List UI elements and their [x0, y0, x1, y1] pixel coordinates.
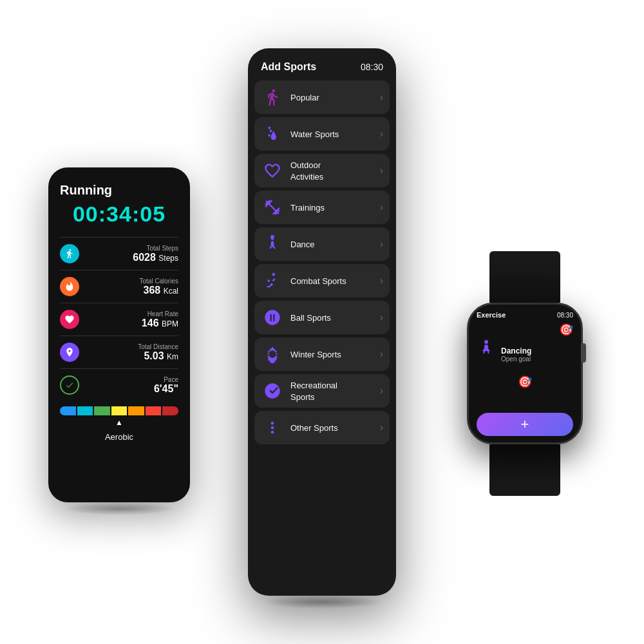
- other-chevron: ›: [380, 422, 383, 433]
- zone-yellow: [111, 406, 128, 415]
- dance-chevron: ›: [380, 238, 383, 250]
- calories-icon: [60, 277, 79, 296]
- distance-icon: [60, 343, 79, 362]
- other-label: Other Sports: [290, 423, 374, 433]
- training-icon: [261, 196, 284, 219]
- sports-item-ball[interactable]: Ball Sports ›: [254, 301, 390, 334]
- heart-label: Heart Rate: [142, 310, 178, 317]
- sports-item-dance[interactable]: Dance ›: [254, 227, 390, 261]
- watch-goal-icon-bottom: 🎯: [477, 375, 573, 389]
- ball-label: Ball Sports: [290, 313, 374, 323]
- sports-item-water[interactable]: Water Sports ›: [254, 117, 390, 151]
- zone-orange: [128, 406, 144, 415]
- steps-label: Total Steps: [133, 245, 178, 252]
- watch-activity-name: Dancing: [501, 346, 531, 355]
- recreational-chevron: ›: [380, 385, 383, 397]
- pace-label: Pace: [154, 376, 178, 383]
- steps-value: 6028 Steps: [133, 252, 178, 263]
- popular-chevron: ›: [380, 91, 383, 103]
- winter-icon: [261, 343, 284, 366]
- stat-row-pace: Pace 6'45": [60, 372, 178, 399]
- training-label: Trainings: [290, 203, 374, 213]
- watch-add-button[interactable]: +: [477, 413, 573, 436]
- stat-row-heart: Heart Rate 146 BPM: [60, 306, 178, 333]
- zone-label: Aerobic: [105, 432, 133, 442]
- watch-activity: Dancing Open goal: [477, 339, 573, 370]
- ball-icon: [261, 306, 284, 329]
- watch-band-bottom: [489, 444, 560, 496]
- watch-activity-info: Dancing Open goal: [501, 346, 531, 363]
- sports-list: Popular › Water Sports ›: [254, 80, 390, 587]
- svg-point-0: [484, 340, 488, 344]
- outdoor-chevron: ›: [380, 165, 383, 176]
- winter-label: Winter Sports: [290, 350, 374, 359]
- pace-stat: Pace 6'45": [154, 376, 178, 395]
- other-icon: [261, 416, 284, 439]
- watch-activity-goal: Open goal: [501, 355, 531, 363]
- zone-darkred: [162, 406, 178, 415]
- training-chevron: ›: [380, 202, 383, 213]
- running-title: Running: [60, 183, 178, 198]
- distance-value: 5.03 Km: [144, 350, 178, 361]
- calories-value: 368 Kcal: [144, 285, 178, 296]
- timer-display: 00:34:05: [60, 202, 178, 227]
- middle-header: Add Sports 08:30: [254, 61, 390, 73]
- watch-screen: Exercise 08:30 🎯 Dancing Open goal: [469, 305, 581, 442]
- sports-item-winter[interactable]: Winter Sports ›: [254, 337, 390, 371]
- sports-item-other[interactable]: Other Sports ›: [254, 411, 390, 444]
- sports-item-training[interactable]: Trainings ›: [254, 191, 390, 224]
- combat-label: Combat Sports: [290, 276, 374, 286]
- zone-red: [146, 406, 162, 415]
- outdoor-icon: [261, 159, 284, 182]
- winter-chevron: ›: [380, 348, 383, 360]
- sports-item-combat[interactable]: Combat Sports ›: [254, 264, 390, 298]
- water-icon: [261, 122, 284, 146]
- pace-value: 6'45": [154, 383, 178, 394]
- zone-bar: ▲ Aerobic: [60, 406, 178, 442]
- zone-teal: [77, 406, 93, 415]
- distance-stat: Total Distance 5.03 Km: [138, 343, 178, 362]
- outdoor-label: OutdoorActivities: [290, 160, 323, 182]
- recreational-icon: [261, 379, 284, 402]
- zone-progress: [60, 406, 178, 415]
- middle-phone: Add Sports 08:30 Popular › Wate: [248, 48, 396, 596]
- sports-item-outdoor[interactable]: OutdoorActivities ›: [254, 154, 390, 187]
- middle-clock: 08:30: [361, 62, 383, 72]
- watch-crown: [581, 343, 586, 363]
- left-phone: Running 00:34:05 Total Steps 6028 Steps: [48, 167, 190, 502]
- watch-band-top: [489, 251, 560, 303]
- combat-chevron: ›: [380, 275, 383, 287]
- dance-label: Dance: [290, 240, 374, 249]
- watch-clock: 08:30: [557, 312, 573, 319]
- popular-label: Popular: [290, 93, 374, 102]
- stat-row-distance: Total Distance 5.03 Km: [60, 339, 178, 366]
- heart-value: 146 BPM: [142, 317, 178, 328]
- popular-icon: [261, 86, 284, 109]
- water-label: Water Sports: [290, 129, 374, 139]
- sports-item-popular[interactable]: Popular ›: [254, 80, 390, 114]
- steps-stat: Total Steps 6028 Steps: [133, 245, 178, 263]
- watch-container: Exercise 08:30 🎯 Dancing Open goal: [454, 251, 596, 444]
- zone-arrow: ▲: [115, 418, 123, 427]
- stat-row-steps: Total Steps 6028 Steps: [60, 240, 178, 267]
- watch-exercise-title: Exercise: [477, 311, 506, 319]
- calories-label: Total Calories: [139, 278, 178, 285]
- heart-icon: [60, 310, 79, 329]
- zone-blue: [60, 406, 76, 415]
- watch-body: Exercise 08:30 🎯 Dancing Open goal: [467, 303, 583, 444]
- ball-chevron: ›: [380, 312, 383, 323]
- recreational-label: RecreationalSports: [290, 381, 337, 402]
- dance-icon: [261, 232, 284, 256]
- water-chevron: ›: [380, 128, 383, 140]
- calories-stat: Total Calories 368 Kcal: [139, 278, 178, 296]
- sports-item-recreational[interactable]: RecreationalSports ›: [254, 374, 390, 408]
- stat-row-calories: Total Calories 368 Kcal: [60, 273, 178, 300]
- pace-icon: [60, 375, 79, 395]
- scene: Running 00:34:05 Total Steps 6028 Steps: [0, 0, 644, 644]
- watch-goal-icon-top: 🎯: [477, 323, 573, 337]
- watch-dancer-icon: [477, 339, 496, 370]
- combat-icon: [261, 269, 284, 292]
- add-sports-title: Add Sports: [261, 61, 316, 73]
- steps-icon: [60, 244, 79, 263]
- watch-header: Exercise 08:30: [477, 311, 573, 319]
